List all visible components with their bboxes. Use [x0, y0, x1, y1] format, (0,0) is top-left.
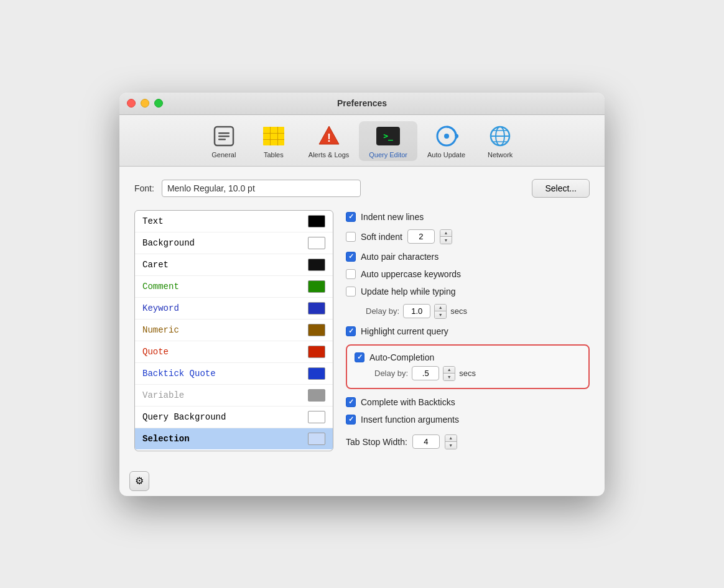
- maximize-button[interactable]: [154, 99, 163, 108]
- list-item[interactable]: Background: [135, 232, 333, 254]
- color-swatch-numeric[interactable]: [308, 324, 325, 336]
- list-item[interactable]: Text: [135, 211, 333, 232]
- tables-icon: [261, 124, 286, 149]
- tab-stop-value[interactable]: [412, 434, 440, 449]
- delay-completion-unit: secs: [459, 369, 476, 378]
- indent-newlines-checkbox[interactable]: [346, 212, 356, 222]
- auto-pair-checkbox[interactable]: [346, 252, 356, 262]
- color-swatch-comment[interactable]: [308, 280, 325, 293]
- svg-rect-10: [278, 134, 284, 139]
- toolbar-item-general[interactable]: General: [199, 121, 249, 161]
- svg-text:!: !: [327, 132, 331, 144]
- tab-stop-up[interactable]: ▲: [445, 435, 457, 442]
- list-item[interactable]: Keyword: [135, 298, 333, 319]
- preferences-content: Font: Select... Text Background C: [119, 167, 605, 466]
- toolbar-item-alerts[interactable]: ! Alerts & Logs: [299, 121, 359, 161]
- soft-indent-down[interactable]: ▼: [440, 237, 452, 244]
- insert-args-row: Insert function arguments: [346, 413, 590, 426]
- query-icon: >_: [376, 124, 401, 149]
- complete-backticks-checkbox[interactable]: [346, 397, 356, 407]
- color-item-label: Backtick Quote: [142, 369, 216, 379]
- svg-rect-12: [271, 140, 277, 145]
- svg-rect-8: [263, 134, 270, 139]
- soft-indent-stepper[interactable]: ▲ ▼: [440, 229, 452, 244]
- highlight-query-checkbox[interactable]: [346, 326, 356, 336]
- auto-completion-label: Auto-Completion: [369, 352, 434, 362]
- svg-marker-17: [456, 133, 458, 139]
- color-item-label: Query Background: [142, 412, 226, 422]
- color-swatch-backtick[interactable]: [308, 367, 325, 380]
- list-item[interactable]: Query Background: [135, 407, 333, 428]
- titlebar: Preferences: [119, 93, 605, 115]
- query-label: Query Editor: [369, 151, 407, 158]
- select-font-button[interactable]: Select...: [532, 179, 590, 198]
- toolbar-item-autoupdate[interactable]: Auto Update: [417, 121, 475, 161]
- svg-rect-1: [218, 132, 230, 134]
- delay-update-up[interactable]: ▲: [435, 305, 446, 311]
- svg-rect-11: [263, 140, 270, 145]
- svg-rect-3: [218, 139, 226, 140]
- delay-completion-row: Delay by: ▲ ▼ secs: [355, 364, 581, 383]
- font-label: Font:: [134, 183, 154, 193]
- color-item-label: Caret: [142, 260, 169, 270]
- delay-update-down[interactable]: ▼: [435, 311, 446, 318]
- soft-indent-up[interactable]: ▲: [440, 230, 452, 237]
- list-item[interactable]: Selection: [135, 428, 333, 449]
- list-item[interactable]: Caret: [135, 254, 333, 276]
- autoupdate-label: Auto Update: [427, 151, 465, 158]
- delay-completion-stepper[interactable]: ▲ ▼: [443, 366, 455, 381]
- insert-args-checkbox[interactable]: [346, 415, 356, 425]
- insert-args-label: Insert function arguments: [361, 415, 459, 425]
- color-swatch-variable[interactable]: [308, 389, 325, 402]
- soft-indent-value[interactable]: [407, 229, 435, 244]
- color-swatch-caret[interactable]: [308, 259, 325, 271]
- color-swatch-text[interactable]: [308, 215, 325, 227]
- color-swatch-querybg[interactable]: [308, 411, 325, 423]
- minimize-button[interactable]: [141, 99, 149, 108]
- svg-point-18: [444, 134, 449, 139]
- gear-button[interactable]: ⚙: [129, 471, 149, 491]
- delay-completion-down[interactable]: ▼: [443, 374, 455, 380]
- color-item-label: Text: [142, 216, 164, 226]
- color-swatch-quote[interactable]: [308, 346, 325, 358]
- update-help-label: Update help while typing: [361, 287, 456, 296]
- list-item[interactable]: Variable: [135, 385, 333, 407]
- delay-completion-value[interactable]: [412, 366, 439, 380]
- toolbar-item-network[interactable]: Network: [475, 121, 525, 161]
- soft-indent-checkbox[interactable]: [346, 232, 356, 242]
- color-item-label: Comment: [142, 282, 179, 292]
- svg-rect-9: [271, 134, 277, 139]
- delay-update-value[interactable]: [403, 304, 430, 318]
- delay-completion-up[interactable]: ▲: [443, 367, 455, 374]
- tab-stop-row: Tab Stop Width: ▲ ▼: [346, 433, 590, 451]
- toolbar-item-query[interactable]: >_ Query Editor: [359, 121, 417, 161]
- font-row: Font: Select...: [134, 179, 590, 198]
- list-item[interactable]: Quote: [135, 341, 333, 363]
- auto-completion-checkbox[interactable]: [355, 352, 364, 362]
- color-item-label: Variable: [142, 390, 184, 400]
- delay-completion-label: Delay by:: [374, 369, 408, 378]
- color-item-label: Numeric: [142, 325, 179, 335]
- indent-newlines-row: Indent new lines: [346, 210, 590, 224]
- tab-stop-stepper[interactable]: ▲ ▼: [445, 434, 457, 449]
- list-item[interactable]: Comment: [135, 276, 333, 298]
- color-list: Text Background Caret Comment: [134, 210, 333, 451]
- traffic-lights: [127, 99, 163, 108]
- font-field[interactable]: [162, 180, 361, 197]
- tab-stop-down[interactable]: ▼: [445, 442, 457, 449]
- list-item[interactable]: Backtick Quote: [135, 363, 333, 385]
- svg-rect-13: [278, 140, 284, 145]
- close-button[interactable]: [127, 99, 136, 108]
- list-item[interactable]: Numeric: [135, 319, 333, 341]
- update-help-checkbox[interactable]: [346, 287, 356, 296]
- color-swatch-background[interactable]: [308, 237, 325, 249]
- delay-update-stepper[interactable]: ▲ ▼: [434, 304, 447, 319]
- color-swatch-selection[interactable]: [308, 433, 325, 445]
- auto-uppercase-checkbox[interactable]: [346, 269, 356, 279]
- highlight-query-label: Highlight current query: [361, 326, 448, 336]
- toolbar-item-tables[interactable]: Tables: [249, 121, 299, 161]
- general-label: General: [211, 151, 236, 158]
- color-item-label: Keyword: [142, 303, 179, 313]
- color-swatch-keyword[interactable]: [308, 302, 325, 315]
- preferences-window: Preferences General: [119, 93, 605, 496]
